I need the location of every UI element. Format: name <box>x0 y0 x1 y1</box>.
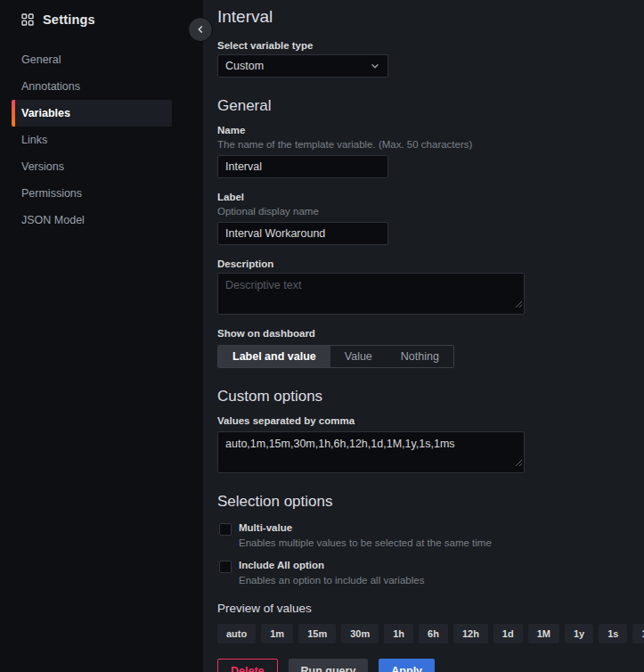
sidebar-item[interactable]: General <box>12 46 172 73</box>
sidebar-item[interactable]: JSON Model <box>12 207 172 234</box>
checkbox-help: Enables an option to include all variabl… <box>239 575 424 586</box>
preview-value-chip: auto <box>217 624 256 643</box>
preview-value-chip: 1M <box>528 624 559 643</box>
show-on-dashboard-option[interactable]: Label and value <box>218 346 330 367</box>
apps-grid-icon <box>21 13 34 26</box>
preview-value-chip: 1h <box>384 624 413 643</box>
checkbox-row: Include All option Enables an option to … <box>217 560 630 586</box>
variable-type-value: Custom <box>225 60 264 72</box>
custom-values-group: Values separated by comma auto,1m,15m,30… <box>217 415 630 473</box>
checkbox-label: Include All option <box>239 560 424 570</box>
chevron-left-icon <box>195 24 206 35</box>
preview-value-chip: 1m <box>261 624 293 643</box>
name-field-group: Name The name of the template variable. … <box>217 125 630 178</box>
custom-values-textarea-wrap: auto,1m,15m,30m,1h,6h,12h,1d,1M,1y,1s,1m… <box>217 431 525 473</box>
sidebar-item[interactable]: Versions <box>12 153 172 180</box>
custom-options-heading: Custom options <box>217 388 630 406</box>
checkbox-text: Multi-value Enables multiple values to b… <box>239 522 492 548</box>
show-on-dashboard-option[interactable]: Nothing <box>387 346 453 367</box>
custom-values-label: Values separated by comma <box>217 415 630 426</box>
show-on-dashboard-radio-group: Label and value Value Nothing <box>217 345 454 368</box>
description-field-group: Description <box>217 258 630 315</box>
label-field-group: Label Optional display name <box>217 192 630 245</box>
apply-button[interactable]: Apply <box>379 659 435 672</box>
dashboard-settings-page: Settings General Annotations Variables L… <box>0 0 644 672</box>
delete-button[interactable]: Delete <box>217 659 278 672</box>
sidebar-item-label: Links <box>21 134 47 146</box>
checkbox-row: Multi-value Enables multiple values to b… <box>217 522 630 548</box>
settings-nav: General Annotations Variables Links Vers… <box>0 46 203 234</box>
show-on-dashboard-group: Show on dashboard Label and value Value … <box>217 328 630 368</box>
selection-options-heading: Selection options <box>217 493 630 511</box>
checkbox-help: Enables multiple values to be selected a… <box>239 537 492 548</box>
checkbox[interactable] <box>219 561 232 573</box>
sidebar-item-label: Annotations <box>21 80 80 93</box>
sidebar-item-label: Versions <box>21 160 64 173</box>
preview-value-chip: 1ms <box>632 624 644 643</box>
sidebar-item-label: Permissions <box>21 187 82 200</box>
label-label: Label <box>217 192 630 202</box>
description-textarea[interactable] <box>217 273 525 315</box>
sidebar-item-label: JSON Model <box>21 214 85 226</box>
sidebar-item[interactable]: Permissions <box>12 180 172 207</box>
selection-options-list: Multi-value Enables multiple values to b… <box>217 522 630 586</box>
name-help-text: The name of the template variable. (Max.… <box>217 139 630 150</box>
variable-editor: Interval Select variable type Custom Gen… <box>203 0 644 672</box>
preview-value-chip: 15m <box>298 624 336 643</box>
label-help-text: Optional display name <box>217 206 630 217</box>
settings-title: Settings <box>43 12 95 27</box>
name-input[interactable] <box>217 155 388 178</box>
name-label: Name <box>217 125 630 135</box>
variable-type-select[interactable]: Custom <box>217 54 388 78</box>
run-query-button[interactable]: Run query <box>289 659 369 672</box>
custom-values-textarea[interactable]: auto,1m,15m,30m,1h,6h,12h,1d,1M,1y,1s,1m… <box>217 431 525 473</box>
action-buttons: Delete Run query Apply <box>217 659 630 672</box>
show-on-dashboard-option[interactable]: Value <box>330 346 387 367</box>
label-input[interactable] <box>217 222 388 245</box>
preview-of-values-label: Preview of values <box>217 602 630 615</box>
page-title: Interval <box>217 7 630 27</box>
preview-value-chip: 30m <box>341 624 379 643</box>
settings-header: Settings <box>0 0 203 27</box>
preview-value-chip: 6h <box>419 624 448 643</box>
checkbox-label: Multi-value <box>239 522 492 533</box>
show-on-dashboard-label: Show on dashboard <box>217 328 630 339</box>
checkbox[interactable] <box>219 523 232 536</box>
preview-value-chip: 1y <box>565 624 593 643</box>
sidebar-item-label: Variables <box>21 107 70 119</box>
variable-type-field: Select variable type Custom <box>217 40 630 78</box>
preview-value-chip: 12h <box>453 624 488 643</box>
collapse-sidebar-button[interactable] <box>188 17 213 42</box>
sidebar-item[interactable]: Links <box>12 127 172 153</box>
preview-value-chip: 1s <box>599 624 627 643</box>
preview-value-chip: 1d <box>493 624 523 643</box>
sidebar-item-label: General <box>21 53 61 66</box>
variable-type-label: Select variable type <box>217 40 630 51</box>
preview-values: auto 1m 15m 30m 1h 6h 12h 1d 1M 1y 1s <box>217 624 630 643</box>
description-textarea-wrap <box>217 273 525 315</box>
general-heading: General <box>217 97 630 115</box>
description-label: Description <box>217 258 630 269</box>
sidebar-item[interactable]: Annotations <box>12 73 172 100</box>
sidebar-item[interactable]: Variables <box>12 100 172 127</box>
settings-sidebar: Settings General Annotations Variables L… <box>0 0 203 672</box>
chevron-down-icon <box>370 61 380 71</box>
checkbox-text: Include All option Enables an option to … <box>239 560 424 586</box>
